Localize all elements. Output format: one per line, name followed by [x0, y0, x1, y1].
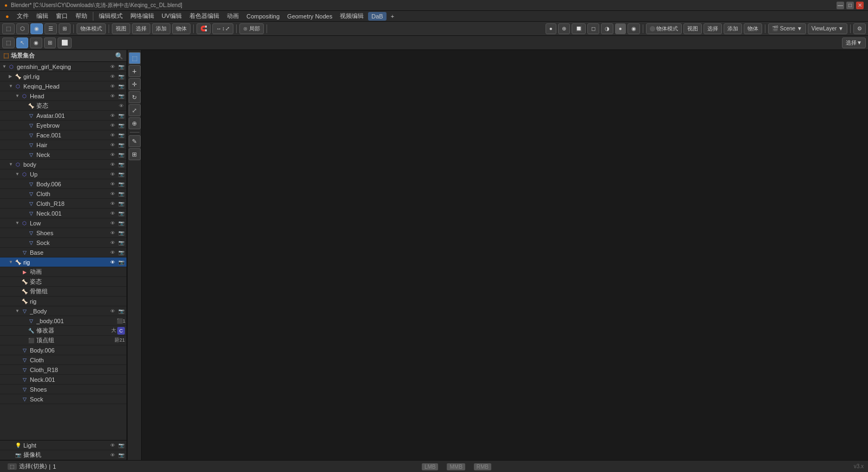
menu-blender[interactable]: ●: [2, 12, 12, 21]
outliner-item-neck001[interactable]: ▽ Neck.001 👁 📷: [0, 209, 126, 218]
maximize-btn[interactable]: □: [846, 2, 854, 9]
visibility-eye[interactable]: 👁: [109, 229, 116, 237]
outliner-item-rig-active[interactable]: ▼ 🦴 rig 👁 📷: [0, 257, 126, 267]
menu-video[interactable]: 视频编辑: [337, 11, 367, 21]
render-cam[interactable]: 📷: [117, 210, 125, 217]
visibility-eye[interactable]: 👁: [109, 442, 116, 449]
outliner-item-collection[interactable]: ▼ ⬡ genshin_girl_Keqing 👁 📷: [0, 62, 126, 72]
add-r-btn[interactable]: 添加: [724, 23, 742, 34]
menu-help[interactable]: 帮助: [72, 11, 91, 21]
outliner-item-body[interactable]: ▼ ⬡ body 👁 📷: [0, 160, 126, 169]
outliner-item-cloth-r18[interactable]: ▽ Cloth_R18 👁 📷: [0, 199, 126, 209]
transform-tools[interactable]: ↔↕⤢: [212, 23, 233, 34]
menu-modeling[interactable]: 网络编辑: [127, 11, 157, 21]
visibility-eye[interactable]: 👁: [109, 92, 116, 100]
menu-file[interactable]: 文件: [14, 11, 32, 21]
select-box-tool[interactable]: ⬚: [129, 52, 141, 64]
render-cam[interactable]: 📷: [117, 239, 125, 247]
render-cam[interactable]: 📷: [117, 83, 125, 90]
mode-btn-4[interactable]: ☰: [45, 23, 57, 34]
outliner-item-face001[interactable]: ▽ Face.001 👁 📷: [0, 130, 126, 140]
menu-layout[interactable]: 编辑模式: [96, 11, 126, 21]
close-btn[interactable]: ✕: [856, 2, 864, 9]
outliner-item-shoes-2[interactable]: ▽ Shoes: [0, 385, 126, 394]
render-cam[interactable]: 📷: [117, 180, 125, 188]
visibility-eye[interactable]: 👁: [109, 171, 116, 178]
render-cam[interactable]: 📷: [117, 307, 125, 315]
outliner-item-sock[interactable]: ▽ Sock 👁 📷: [0, 238, 126, 248]
render-cam[interactable]: 📷: [117, 259, 125, 266]
scale-tool[interactable]: ⤢: [129, 104, 141, 116]
outliner-item-bonegroup[interactable]: 🦴 骨骼组: [0, 287, 126, 297]
outliner-item-neck[interactable]: ▽ Neck 👁 📷: [0, 150, 126, 160]
viewport-shading-3[interactable]: ●: [615, 23, 626, 34]
outliner-item-sock-2[interactable]: ▽ Sock: [0, 394, 126, 404]
outliner-item-animation[interactable]: ▶ 动画: [0, 267, 126, 277]
visibility-eye[interactable]: 👁: [109, 239, 116, 247]
visibility-eye[interactable]: 👁: [109, 131, 116, 139]
object-mode-dropdown[interactable]: 物体模式: [77, 23, 106, 34]
modifier-btn[interactable]: C: [117, 327, 125, 335]
visibility-eye[interactable]: 👁: [109, 200, 116, 207]
outliner-item-avatar001[interactable]: ▽ Avatar.001 👁 📷: [0, 111, 126, 121]
scene-select[interactable]: 🎬 Scene ▼: [768, 23, 806, 34]
minimize-btn[interactable]: —: [837, 2, 844, 9]
visibility-eye[interactable]: 👁: [117, 102, 125, 110]
outliner-item-head-col[interactable]: ▼ ⬡ Keqing_Head 👁 📷: [0, 81, 126, 91]
render-cam[interactable]: 📷: [117, 131, 125, 139]
visibility-eye[interactable]: 👁: [109, 219, 116, 227]
viewport-shading-1[interactable]: ◻: [587, 23, 599, 34]
add-menu[interactable]: 添加: [152, 23, 170, 34]
visibility-eye[interactable]: 👁: [109, 249, 116, 256]
visibility-eye[interactable]: 👁: [109, 63, 116, 71]
object-menu[interactable]: 物体: [172, 23, 191, 34]
outliner-item-neck001-2[interactable]: ▽ Neck.001: [0, 375, 126, 385]
menu-add-tab[interactable]: +: [388, 12, 397, 21]
outliner-item-camera[interactable]: 📷 摄像机 👁 📷: [0, 450, 126, 460]
snap-btn[interactable]: 🔲: [572, 23, 586, 34]
outliner-item-light[interactable]: 💡 Light 👁 📷: [0, 440, 126, 450]
visibility-eye[interactable]: 👁: [109, 73, 116, 80]
tb2-icon2[interactable]: ↖: [16, 37, 28, 48]
render-cam[interactable]: 📷: [117, 92, 125, 100]
render-cam[interactable]: 📷: [117, 151, 125, 159]
outliner-item-eyebrow[interactable]: ▽ Eyebrow 👁 📷: [0, 121, 126, 130]
window-controls[interactable]: — □ ✕: [837, 2, 864, 9]
menu-window[interactable]: 窗口: [53, 11, 71, 21]
visibility-eye[interactable]: 👁: [109, 307, 116, 315]
outliner-item-pose2[interactable]: 🦴 姿态: [0, 277, 126, 287]
visibility-eye[interactable]: 👁: [109, 83, 116, 90]
render-cam[interactable]: 📷: [117, 200, 125, 207]
visibility-eye[interactable]: 👁: [109, 112, 116, 119]
select-menu[interactable]: 选择: [132, 23, 150, 34]
outliner-item-low[interactable]: ▼ ⬡ Low 👁 📷: [0, 218, 126, 228]
render-cam[interactable]: 📷: [117, 190, 125, 198]
outliner-item-pose[interactable]: 🦴 姿态 👁: [0, 101, 126, 111]
render-cam[interactable]: 📷: [117, 442, 125, 449]
outliner-item-up[interactable]: ▼ ⬡ Up 👁 📷: [0, 169, 126, 179]
annotate-tool[interactable]: ✎: [129, 135, 141, 147]
cursor-tool[interactable]: +: [129, 65, 141, 77]
outliner-item-hair[interactable]: ▽ Hair 👁 📷: [0, 140, 126, 150]
outliner-item-rig[interactable]: ▶ 🦴 girl.rig 👁 📷: [0, 72, 126, 81]
outliner-item-body001[interactable]: ▽ _body.001 ⬛1: [0, 316, 126, 326]
render-cam[interactable]: 📷: [117, 171, 125, 178]
render-cam[interactable]: 📷: [117, 249, 125, 256]
render-cam[interactable]: 📷: [117, 112, 125, 119]
outliner-item-cloth[interactable]: ▽ Cloth 👁 📷: [0, 189, 126, 199]
outliner-item-rig-inner[interactable]: 🦴 rig: [0, 297, 126, 306]
tb2-icon1[interactable]: ⬚: [2, 37, 15, 48]
viewport-shading-4[interactable]: ◉: [628, 23, 640, 34]
outliner-item-head[interactable]: ▼ ⬡ Head 👁 📷: [0, 91, 126, 101]
outliner-item-body006-2[interactable]: ▽ Body.006: [0, 345, 126, 355]
tb2-icon5[interactable]: ⬜: [58, 37, 72, 48]
proportional-btn[interactable]: ⊙ 局部: [239, 23, 264, 34]
overlay-btn[interactable]: ●: [546, 23, 556, 34]
outliner-item-base[interactable]: ▽ Base 👁 📷: [0, 248, 126, 257]
menu-compositing[interactable]: Compositing: [243, 12, 283, 21]
render-cam[interactable]: 📷: [117, 451, 125, 459]
visibility-eye[interactable]: 👁: [109, 210, 116, 217]
mode-btn-5[interactable]: ⊞: [59, 23, 71, 34]
visibility-eye[interactable]: 👁: [109, 151, 116, 159]
visibility-eye[interactable]: 👁: [109, 141, 116, 149]
